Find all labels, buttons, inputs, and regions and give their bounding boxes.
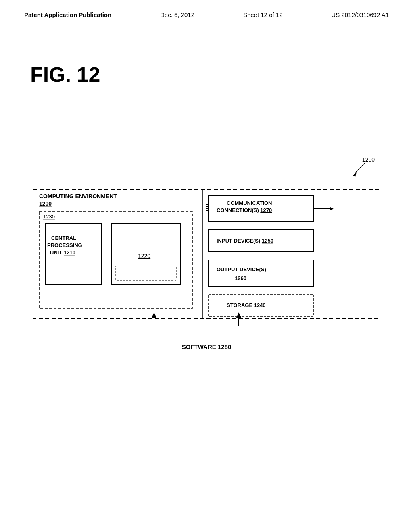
svg-rect-26 [209,260,313,286]
software-label: SOFTWARE 1280 [24,343,389,350]
ref-1200-arrow [350,161,367,179]
svg-text:CENTRAL: CENTRAL [51,235,76,241]
svg-rect-13 [116,266,176,280]
svg-text:STORAGE 1240: STORAGE 1240 [227,302,266,308]
svg-text:COMPUTING ENVIRONMENT: COMPUTING ENVIRONMENT [39,193,117,200]
figure-title: FIG. 12 [30,62,100,87]
svg-text:OUTPUT DEVICE(S): OUTPUT DEVICE(S) [217,266,266,272]
svg-text:1260: 1260 [235,275,246,281]
svg-marker-34 [236,312,242,318]
diagram-area: COMPUTING ENVIRONMENT 1200 1230 CENTRAL … [24,177,389,350]
svg-text:COMMUNICATION: COMMUNICATION [227,200,272,206]
svg-text:1220: 1220 [138,253,150,259]
patent-number: US 2012/0310692 A1 [331,11,389,18]
publication-date: Dec. 6, 2012 [160,11,194,18]
svg-rect-5 [39,212,192,308]
svg-marker-32 [151,312,157,318]
page-header: Patent Application Publication Dec. 6, 2… [0,0,413,21]
svg-text:UNIT 1210: UNIT 1210 [50,249,75,256]
diagram-svg: COMPUTING ENVIRONMENT 1200 1230 CENTRAL … [29,177,384,339]
svg-text:CONNECTION(S) 1270: CONNECTION(S) 1270 [217,207,272,213]
publication-title: Patent Application Publication [24,11,111,18]
svg-line-0 [355,163,365,173]
svg-text:1200: 1200 [39,200,52,207]
svg-text:PROCESSING: PROCESSING [47,242,82,248]
svg-text:INPUT DEVICE(S) 1250: INPUT DEVICE(S) 1250 [217,238,273,244]
sheet-info: Sheet 12 of 12 [243,11,283,18]
svg-marker-19 [330,207,334,211]
svg-text:1230: 1230 [43,214,55,220]
